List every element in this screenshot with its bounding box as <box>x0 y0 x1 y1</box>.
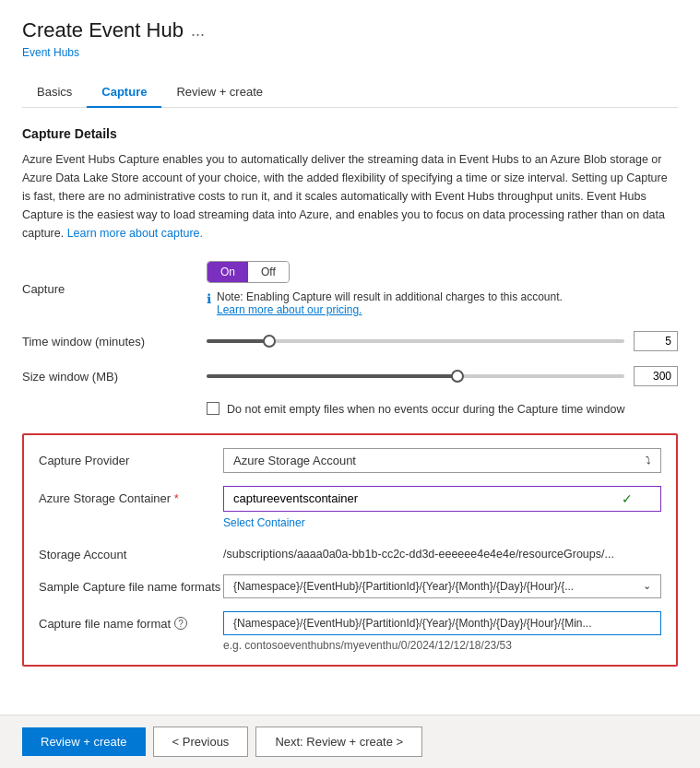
sample-capture-row: Sample Capture file name formats {Namesp… <box>39 574 661 598</box>
capture-file-format-row: Capture file name format ? e.g. contosoe… <box>39 611 661 652</box>
time-window-slider-fill <box>207 339 269 343</box>
azure-storage-container-label: Azure Storage Container * <box>39 486 223 505</box>
size-window-row: Size window (MB) <box>22 366 678 386</box>
time-window-slider-track <box>207 339 624 343</box>
tab-basics[interactable]: Basics <box>22 77 87 108</box>
checkmark-icon: ✓ <box>622 491 633 506</box>
size-window-label: Size window (MB) <box>22 370 207 384</box>
toggle-on[interactable]: On <box>208 262 248 282</box>
empty-files-label: Do not emit empty files when no events o… <box>227 401 624 419</box>
review-create-button[interactable]: Review + create <box>22 727 146 756</box>
more-options-icon[interactable]: ... <box>191 21 205 41</box>
chevron-down-icon: ⤵ <box>646 455 651 466</box>
capture-provider-value: Azure Storage Account <box>233 454 356 467</box>
capture-note: ℹ Note: Enabling Capture will result in … <box>207 290 678 316</box>
storage-account-value: /subscriptions/aaaa0a0a-bb1b-cc2c-dd3d-e… <box>223 542 661 561</box>
time-window-slider-thumb[interactable] <box>263 335 276 348</box>
sample-chevron-down-icon: ⌄ <box>643 580 651 592</box>
size-window-slider-track <box>207 374 624 378</box>
capture-toggle[interactable]: On Off <box>207 261 678 283</box>
capture-label: Capture <box>22 282 207 296</box>
toggle-off[interactable]: Off <box>248 262 289 282</box>
next-button[interactable]: Next: Review + create > <box>255 727 422 757</box>
tab-review-create[interactable]: Review + create <box>161 77 278 108</box>
section-title: Capture Details <box>22 126 678 141</box>
empty-files-checkbox-row: Do not emit empty files when no events o… <box>207 401 678 419</box>
sample-capture-dropdown[interactable]: {Namespace}/{EventHub}/{PartitionId}/{Ye… <box>223 574 661 598</box>
storage-account-label: Storage Account <box>39 542 223 561</box>
sample-capture-value: {Namespace}/{EventHub}/{PartitionId}/{Ye… <box>233 580 574 593</box>
tab-capture[interactable]: Capture <box>87 77 161 108</box>
select-container-link[interactable]: Select Container <box>223 516 305 529</box>
capture-file-format-input[interactable] <box>223 611 661 635</box>
pricing-link[interactable]: Learn more about our pricing. <box>217 303 362 316</box>
section-description: Azure Event Hubs Capture enables you to … <box>22 150 678 242</box>
size-window-slider-fill <box>207 374 457 378</box>
breadcrumb[interactable]: Event Hubs <box>22 46 678 59</box>
tab-navigation: Basics Capture Review + create <box>22 77 678 108</box>
help-icon[interactable]: ? <box>174 617 187 630</box>
azure-storage-container-input[interactable] <box>233 491 622 505</box>
sample-capture-label: Sample Capture file name formats <box>39 574 223 594</box>
required-indicator: * <box>174 491 179 505</box>
time-window-row: Time window (minutes) <box>22 331 678 351</box>
page-title: Create Event Hub <box>22 18 184 42</box>
bottom-bar: Review + create < Previous Next: Review … <box>0 715 700 768</box>
time-window-input[interactable] <box>634 331 678 351</box>
capture-file-format-label: Capture file name format ? <box>39 611 223 631</box>
previous-button[interactable]: < Previous <box>153 727 249 757</box>
learn-more-capture-link[interactable]: Learn more about capture. <box>67 227 203 240</box>
info-icon: ℹ <box>207 291 211 306</box>
capture-field-row: Capture On Off ℹ Note: Enabling Capture … <box>22 261 678 316</box>
storage-account-row: Storage Account /subscriptions/aaaa0a0a-… <box>39 542 661 561</box>
time-window-label: Time window (minutes) <box>22 335 207 349</box>
empty-files-checkbox[interactable] <box>207 402 219 415</box>
capture-provider-label: Capture Provider <box>39 448 223 467</box>
azure-storage-container-row: Azure Storage Container * ✓ Select Conta… <box>39 486 661 529</box>
size-window-input[interactable] <box>634 366 678 386</box>
capture-provider-dropdown[interactable]: Azure Storage Account ⤵ <box>223 448 661 473</box>
size-window-slider-thumb[interactable] <box>451 370 464 383</box>
azure-storage-container-input-wrapper: ✓ <box>223 486 661 512</box>
capture-provider-section: Capture Provider Azure Storage Account ⤵… <box>22 433 678 667</box>
capture-file-format-example: e.g. contosoeventhubns/myeventhu/0/2024/… <box>223 639 661 652</box>
capture-provider-row: Capture Provider Azure Storage Account ⤵ <box>39 448 661 473</box>
